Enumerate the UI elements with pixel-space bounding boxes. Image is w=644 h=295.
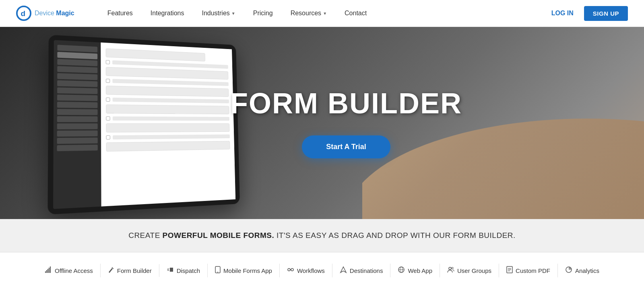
feature-label-web-app: Web App xyxy=(408,267,432,274)
feature-item-custom-pdf[interactable]: Custom PDF xyxy=(499,264,558,277)
login-button[interactable]: LOG IN xyxy=(547,10,578,17)
sidebar-row xyxy=(57,137,98,144)
chevron-down-icon: ▼ xyxy=(231,11,235,16)
sidebar-row xyxy=(57,52,97,59)
feature-item-mobile-forms-app[interactable]: Mobile Forms App xyxy=(208,264,280,277)
form-field xyxy=(106,86,229,97)
sidebar-row xyxy=(57,109,98,115)
svg-rect-5 xyxy=(49,268,50,273)
svg-rect-2 xyxy=(45,271,46,273)
feature-item-destinations[interactable]: Destinations xyxy=(332,264,391,277)
svg-text:d: d xyxy=(21,9,25,18)
form-field xyxy=(106,104,229,114)
form-field xyxy=(106,48,205,61)
feature-label-form-builder: Form Builder xyxy=(117,267,152,274)
sidebar-row xyxy=(57,145,97,151)
dispatch-icon xyxy=(167,266,174,275)
form-row xyxy=(106,98,229,103)
form-field xyxy=(106,67,229,80)
form-row xyxy=(106,134,230,139)
nav-links: Features Integrations Industries ▼ Prici… xyxy=(99,0,547,27)
svg-rect-3 xyxy=(46,270,47,273)
sidebar-row xyxy=(57,87,97,94)
feature-item-form-builder[interactable]: Form Builder xyxy=(101,264,159,277)
tablet-content xyxy=(101,43,235,207)
feature-label-user-groups: User Groups xyxy=(457,267,491,274)
form-row xyxy=(106,117,229,121)
hero-content: FORM BUILDER Start A Trial xyxy=(230,88,462,158)
nav-link-integrations[interactable]: Integrations xyxy=(142,0,193,27)
svg-point-10 xyxy=(288,268,290,271)
sidebar-row xyxy=(57,80,97,87)
feature-bar: Offline AccessForm BuilderDispatchMobile… xyxy=(0,252,644,289)
sidebar-row xyxy=(57,131,98,137)
sidebar-row xyxy=(57,66,97,73)
feature-label-workflows: Workflows xyxy=(297,267,325,274)
sidebar-row xyxy=(57,73,97,80)
logo-icon: d xyxy=(16,6,31,21)
feature-label-custom-pdf: Custom PDF xyxy=(516,267,550,274)
svg-point-16 xyxy=(449,267,451,270)
signup-button[interactable]: SIGN UP xyxy=(584,6,628,21)
feature-label-mobile-forms-app: Mobile Forms App xyxy=(223,267,272,274)
hero-tablet-mockup xyxy=(47,35,240,214)
navbar: d Device Magic Features Integrations Ind… xyxy=(0,0,644,27)
web-app-icon xyxy=(398,266,405,275)
tablet-sidebar xyxy=(53,40,101,209)
nav-link-features[interactable]: Features xyxy=(99,0,142,27)
svg-point-17 xyxy=(452,267,453,269)
hero-title: FORM BUILDER xyxy=(230,88,462,119)
workflows-icon xyxy=(287,266,294,275)
feature-item-workflows[interactable]: Workflows xyxy=(280,264,332,277)
feature-item-user-groups[interactable]: User Groups xyxy=(440,264,499,277)
sidebar-row xyxy=(57,59,97,66)
form-field xyxy=(106,141,230,152)
svg-rect-6 xyxy=(50,266,51,273)
nav-right: LOG IN SIGN UP xyxy=(547,6,628,21)
feature-item-web-app[interactable]: Web App xyxy=(390,264,440,277)
hero-section: FORM BUILDER Start A Trial xyxy=(0,27,644,219)
feature-label-destinations: Destinations xyxy=(350,267,383,274)
sidebar-row xyxy=(57,94,97,101)
sidebar-row xyxy=(57,123,98,129)
nav-link-industries[interactable]: Industries ▼ xyxy=(193,0,244,27)
user-groups-icon xyxy=(447,266,454,275)
feature-item-analytics[interactable]: Analytics xyxy=(558,264,607,277)
offline-access-icon xyxy=(45,266,52,275)
tagline-strip: CREATE POWERFUL MOBILE FORMS. IT'S AS EA… xyxy=(0,219,644,252)
sidebar-row xyxy=(57,45,97,52)
form-builder-icon xyxy=(108,266,114,275)
sidebar-row xyxy=(57,102,98,108)
mobile-forms-app-icon xyxy=(215,266,221,275)
feature-item-offline-access[interactable]: Offline Access xyxy=(37,264,101,277)
analytics-icon xyxy=(565,266,572,275)
form-field xyxy=(106,123,229,133)
nav-link-pricing[interactable]: Pricing xyxy=(244,0,282,27)
tagline-text: CREATE POWERFUL MOBILE FORMS. IT'S AS EA… xyxy=(16,231,628,240)
sidebar-row xyxy=(57,116,98,122)
svg-point-9 xyxy=(217,272,218,272)
feature-label-analytics: Analytics xyxy=(575,267,599,274)
logo-text: Device Magic xyxy=(35,10,74,17)
svg-point-11 xyxy=(291,268,293,271)
nav-link-resources[interactable]: Resources ▼ xyxy=(282,0,336,27)
destinations-icon xyxy=(340,266,347,275)
start-trial-button[interactable]: Start A Trial xyxy=(302,135,390,158)
feature-label-dispatch: Dispatch xyxy=(177,267,200,274)
chevron-down-icon: ▼ xyxy=(323,11,327,16)
svg-rect-4 xyxy=(47,269,48,273)
feature-label-offline-access: Offline Access xyxy=(55,267,93,274)
custom-pdf-icon xyxy=(506,266,513,275)
feature-item-dispatch[interactable]: Dispatch xyxy=(159,264,208,277)
form-row xyxy=(106,79,229,86)
nav-link-contact[interactable]: Contact xyxy=(336,0,376,27)
logo[interactable]: d Device Magic xyxy=(16,6,74,21)
